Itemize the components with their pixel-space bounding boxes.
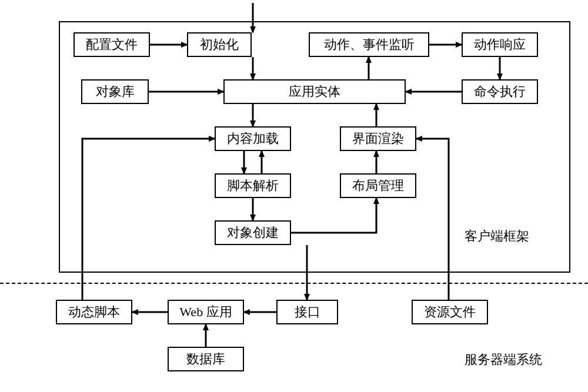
box-cmd-exec: 命令执行	[462, 79, 538, 104]
box-action-listen: 动作、事件监听	[309, 32, 429, 57]
box-database: 数据库	[168, 347, 244, 371]
box-res-file: 资源文件	[412, 300, 488, 324]
separator-line	[0, 283, 588, 284]
diagram-root: 配置文件 初始化 动作、事件监听 动作响应 对象库 应用实体 命令执行 内容加载…	[0, 0, 588, 392]
label-server-system: 服务器端系统	[465, 353, 542, 367]
box-interface: 接口	[276, 300, 338, 324]
box-dyn-script: 动态脚本	[56, 300, 132, 324]
box-init: 初始化	[187, 32, 252, 57]
box-script-parse: 脚本解析	[215, 173, 291, 198]
box-config-file: 配置文件	[74, 32, 150, 57]
box-ui-render: 界面渲染	[340, 126, 416, 151]
label-client-frame: 客户端框架	[465, 229, 529, 243]
box-obj-create: 对象创建	[215, 220, 291, 245]
box-object-lib: 对象库	[81, 79, 149, 104]
box-app-entity: 应用实体	[223, 79, 406, 104]
box-web-app: Web 应用	[168, 300, 244, 324]
box-content-load: 内容加载	[215, 126, 291, 151]
box-layout-mgmt: 布局管理	[340, 173, 416, 198]
box-action-response: 动作响应	[462, 32, 538, 57]
